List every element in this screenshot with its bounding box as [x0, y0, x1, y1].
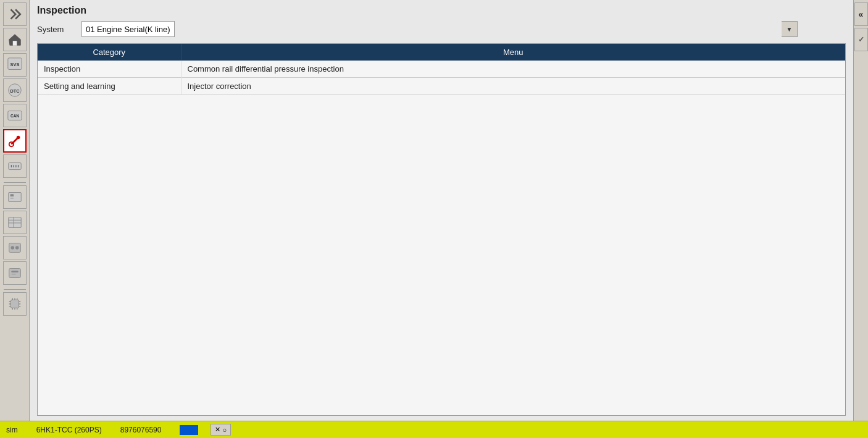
status-model: 6HK1-TCC (260PS) [36, 426, 102, 434]
sidebar-module2-btn[interactable] [3, 261, 27, 285]
left-sidebar: SVS DTC CAN [0, 0, 30, 421]
row-0-menu: Common rail differential pressure inspec… [181, 61, 845, 78]
sidebar-tools-btn[interactable] [3, 129, 27, 153]
status-x-icon: ✕ [215, 426, 220, 434]
system-select[interactable]: 01 Engine Serial(K line) [81, 21, 175, 37]
system-row: System 01 Engine Serial(K line) ▼ [37, 21, 846, 37]
table-container: Category Menu Inspection Common rail dif… [37, 43, 846, 416]
status-sim: sim [6, 426, 18, 434]
svg-text:CAN: CAN [10, 114, 19, 118]
svg-point-9 [16, 136, 20, 140]
svg-rect-17 [10, 198, 14, 199]
svg-point-24 [15, 246, 19, 250]
svg-rect-26 [11, 271, 18, 272]
select-arrow-icon: ▼ [782, 21, 798, 37]
sidebar-module1-btn[interactable] [3, 236, 27, 259]
svg-point-8 [9, 142, 13, 146]
status-circle-icon: ○ [222, 426, 227, 434]
sidebar-divider-2 [4, 289, 26, 290]
svg-rect-10 [8, 162, 20, 169]
right-panel: « ✓ [853, 0, 868, 421]
svg-rect-25 [9, 269, 20, 278]
status-serial: 8976076590 [120, 426, 162, 434]
sidebar-dtc-btn[interactable]: DTC [3, 78, 27, 102]
sidebar-grid-btn[interactable] [3, 211, 27, 234]
sidebar-chip-btn[interactable] [3, 292, 27, 316]
col-header-category: Category [38, 44, 181, 61]
svg-rect-27 [11, 274, 15, 275]
right-check-btn[interactable]: ✓ [854, 28, 868, 51]
svg-text:DTC: DTC [10, 88, 20, 94]
sidebar-expand-btn[interactable] [3, 2, 27, 26]
content-area: Inspection System 01 Engine Serial(K lin… [30, 0, 853, 421]
svg-text:SVS: SVS [10, 62, 19, 67]
svg-rect-28 [10, 300, 19, 308]
row-1-category: Setting and learning [38, 78, 181, 95]
svg-rect-18 [8, 217, 20, 228]
svg-rect-16 [10, 194, 14, 196]
table-row[interactable]: Setting and learning Injector correction [38, 78, 845, 95]
system-select-wrapper: 01 Engine Serial(K line) ▼ [81, 21, 798, 37]
sidebar-divider-1 [4, 182, 26, 183]
sidebar-home-btn[interactable] [3, 28, 27, 51]
right-collapse-btn[interactable]: « [854, 2, 868, 26]
table-row[interactable]: Inspection Common rail differential pres… [38, 61, 845, 78]
sidebar-connector-btn[interactable] [3, 154, 27, 178]
sidebar-module-settings-btn[interactable] [3, 185, 27, 209]
svg-rect-15 [8, 193, 20, 202]
data-table: Category Menu Inspection Common rail dif… [38, 44, 845, 95]
status-bar: sim 6HK1-TCC (260PS) 8976076590 ✕ ○ [0, 421, 868, 438]
table-header: Category Menu [38, 44, 845, 61]
svg-point-23 [10, 246, 14, 250]
sidebar-svs-btn[interactable]: SVS [3, 53, 27, 77]
status-badge-blue[interactable] [180, 425, 198, 435]
page-title: Inspection [37, 5, 846, 16]
table-body: Inspection Common rail differential pres… [38, 61, 845, 95]
svg-rect-0 [12, 41, 17, 46]
system-label: System [37, 25, 74, 34]
status-badge-icon[interactable]: ✕ ○ [211, 424, 231, 436]
col-header-menu: Menu [181, 44, 845, 61]
row-0-category: Inspection [38, 61, 181, 78]
row-1-menu: Injector correction [181, 78, 845, 95]
sidebar-can-btn[interactable]: CAN [3, 104, 27, 127]
